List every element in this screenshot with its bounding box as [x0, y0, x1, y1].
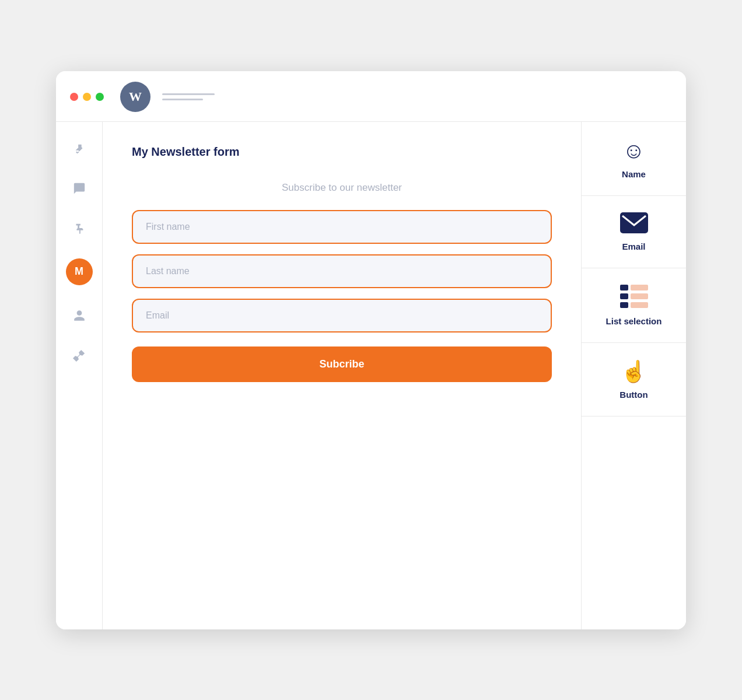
main-layout: M My Newsletter form Subscribe to our ne…: [56, 122, 686, 629]
title-bar: W: [56, 71, 686, 122]
touch-icon: ☝: [621, 359, 647, 384]
maximize-button[interactable]: [96, 93, 104, 101]
sidebar-icon-thumbtack[interactable]: [70, 219, 89, 237]
last-name-input[interactable]: [132, 254, 552, 288]
wordpress-logo: W: [120, 82, 150, 112]
right-sidebar: ☺ Name Email: [581, 122, 686, 629]
smiley-icon: ☺: [622, 138, 645, 163]
right-sidebar-item-email[interactable]: Email: [582, 196, 686, 268]
svg-rect-0: [620, 212, 648, 233]
svg-rect-1: [620, 285, 628, 290]
first-name-input[interactable]: [132, 210, 552, 244]
email-icon: [620, 212, 648, 236]
email-input[interactable]: [132, 299, 552, 332]
right-item-button-label: Button: [620, 390, 648, 400]
list-selection-icon: [620, 285, 648, 310]
minimize-button[interactable]: [83, 93, 91, 101]
svg-rect-3: [620, 293, 628, 299]
nav-placeholder: [162, 93, 215, 100]
sidebar-icon-pin[interactable]: [70, 139, 89, 158]
sidebar-icon-comment[interactable]: [70, 179, 89, 198]
center-content: My Newsletter form Subscribe to our news…: [103, 122, 581, 629]
close-button[interactable]: [70, 93, 78, 101]
nav-line-2: [162, 99, 203, 100]
right-sidebar-item-button[interactable]: ☝ Button: [582, 343, 686, 416]
subscribe-button[interactable]: Subcribe: [132, 346, 552, 382]
svg-rect-6: [631, 302, 648, 308]
sidebar-icon-user[interactable]: [70, 306, 89, 325]
browser-window: W M My Newsle: [56, 71, 686, 629]
sidebar-avatar[interactable]: M: [66, 258, 93, 285]
form-subtitle: Subscribe to our newsletter: [132, 182, 552, 194]
left-sidebar: M: [56, 122, 103, 629]
right-item-name-label: Name: [622, 169, 646, 179]
right-sidebar-item-list[interactable]: List selection: [582, 268, 686, 343]
right-item-email-label: Email: [622, 242, 645, 251]
nav-line-1: [162, 93, 215, 95]
svg-rect-4: [631, 293, 648, 299]
svg-rect-5: [620, 302, 628, 308]
traffic-lights: [70, 93, 104, 101]
sidebar-icon-wrench[interactable]: [70, 346, 89, 365]
form-title: My Newsletter form: [132, 145, 552, 159]
svg-rect-2: [631, 285, 648, 290]
right-sidebar-item-name[interactable]: ☺ Name: [582, 122, 686, 196]
right-item-list-label: List selection: [606, 316, 662, 326]
